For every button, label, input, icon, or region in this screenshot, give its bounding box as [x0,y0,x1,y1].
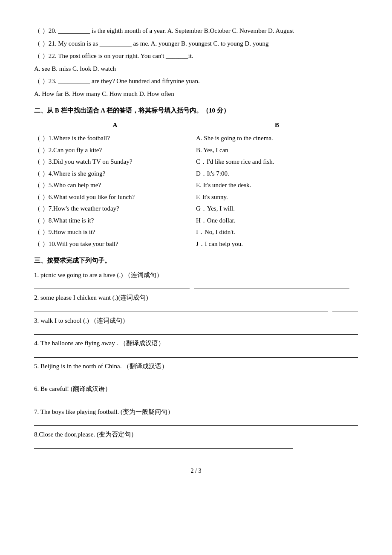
task-7-text: 7. The boys like playing football. (变为一般… [34,407,358,418]
match-b-7: G．Yes, I will. [196,203,358,214]
col-headers: A B [34,120,358,133]
match-b-5: E. It's under the desk. [196,180,358,191]
exam-content: （ ）20. __________ is the eighth month of… [34,26,358,476]
section2-title: 二、从 B 栏中找出适合 A 栏的答语，将其标号填入括号内。（10 分） [34,105,358,116]
q23-line1: （ ）23. __________ are they? One hundred … [34,76,358,87]
q22-text1: （ ）22. The post office is on your right.… [34,52,193,59]
part1-questions: （ ）20. __________ is the eighth month of… [34,26,358,99]
section3: 三、按要求完成下列句子。 1. picnic we going to are a… [34,255,358,449]
q23-text1: （ ）23. __________ are they? One hundred … [34,78,200,84]
task-4: 4. The balloons are flying away . （翻译成汉语… [34,338,358,358]
task-8-text: 8.Close the door,please. (变为否定句） [34,429,358,440]
match-a-9: （ ）9.How much is it? [34,227,196,238]
q22-line1: （ ）22. The post office is on your right.… [34,51,358,62]
q23-line2: A. How far B. How many C. How much D. Ho… [34,89,358,100]
match-row-1: （ ）1.Where is the football? A. She is go… [34,133,358,144]
match-row-7: （ ）7.How's the weather today? G．Yes, I w… [34,203,358,214]
match-b-4: D．It's 7:00. [196,168,358,179]
page-footer: 2 / 3 [34,466,358,476]
task-1-text: 1. picnic we going to are a have (.) （连词… [34,270,358,281]
match-row-4: （ ）4.Where is she going? D．It's 7:00. [34,168,358,179]
section3-title: 三、按要求完成下列句子。 [34,255,358,266]
match-a-4: （ ）4.Where is she going? [34,168,196,179]
match-row-5: （ ）5.Who can help me? E. It's under the … [34,180,358,191]
match-row-3: （ ）3.Did you watch TV on Sunday? C．I'd l… [34,156,358,168]
q21-line: （ ）21. My cousin is as __________ as me.… [34,38,358,49]
col-a-header: A [34,120,196,131]
q22-text2: A. see B. miss C. look D. watch [34,65,116,72]
match-b-6: F. It's sunny. [196,192,358,203]
page-number: 2 / 3 [191,468,202,474]
task-7: 7. The boys like playing football. (变为一般… [34,407,358,426]
match-row-8: （ ）8.What time is it? H．One dollar. [34,215,358,226]
match-row-6: （ ）6.What would you like for lunch? F. I… [34,192,358,203]
match-b-3: C．I'd like some rice and fish. [196,156,358,168]
match-a-2: （ ）2.Can you fly a kite? [34,145,196,156]
match-b-8: H．One dollar. [196,215,358,226]
match-row-2: （ ）2.Can you fly a kite? B. Yes, I can [34,145,358,156]
task-5: 5. Beijing is in the north of China. （翻译… [34,361,358,381]
match-a-5: （ ）5.Who can help me? [34,180,196,191]
task-6-text: 6. Be careful! (翻译成汉语） [34,384,358,395]
q21-text: （ ）21. My cousin is as __________ as me.… [34,40,268,47]
match-a-7: （ ）7.How's the weather today? [34,203,196,214]
match-a-10: （ ）10.Will you take your ball? [34,239,196,250]
q20-text: （ ）20. __________ is the eighth month of… [34,27,294,34]
match-a-6: （ ）6.What would you like for lunch? [34,192,196,203]
match-b-2: B. Yes, I can [196,145,358,156]
task-3-text: 3. walk I to school (.) （连词成句） [34,315,358,327]
match-a-1: （ ）1.Where is the football? [34,133,196,144]
q22-line2: A. see B. miss C. look D. watch [34,64,358,75]
task-5-text: 5. Beijing is in the north of China. （翻译… [34,361,358,372]
task-8: 8.Close the door,please. (变为否定句） [34,429,358,449]
match-b-10: J．I can help you. [196,239,358,250]
task-3: 3. walk I to school (.) （连词成句） [34,315,358,335]
q20-line: （ ）20. __________ is the eighth month of… [34,26,358,37]
match-row-10: （ ）10.Will you take your ball? J．I can h… [34,239,358,250]
task-2-text: 2. some please I chicken want (.)(连词成句) [34,292,358,304]
task-1: 1. picnic we going to are a have (.) （连词… [34,270,358,289]
col-b-header: B [196,120,358,131]
task-4-text: 4. The balloons are flying away . （翻译成汉语… [34,338,358,349]
match-a-3: （ ）3.Did you watch TV on Sunday? [34,156,196,168]
match-b-1: A. She is going to the cinema. [196,133,358,144]
section2: 二、从 B 栏中找出适合 A 栏的答语，将其标号填入括号内。（10 分） A B… [34,105,358,249]
match-b-9: I．No, I didn't. [196,227,358,238]
task-2: 2. some please I chicken want (.)(连词成句) [34,292,358,312]
match-a-8: （ ）8.What time is it? [34,215,196,226]
q23-text2: A. How far B. How many C. How much D. Ho… [34,90,174,97]
task-6: 6. Be careful! (翻译成汉语） [34,384,358,403]
match-row-9: （ ）9.How much is it? I．No, I didn't. [34,227,358,238]
